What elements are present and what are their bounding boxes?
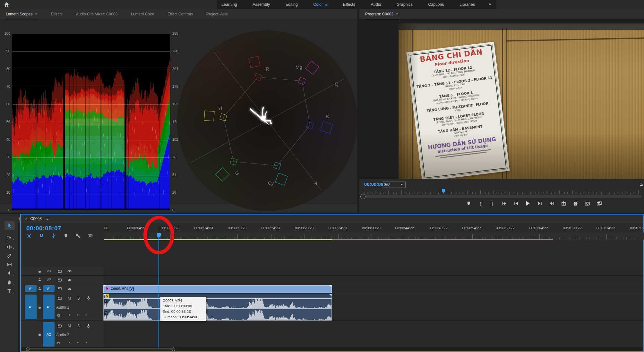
workspace-overflow-icon[interactable]: » [488,1,491,6]
workspace-tab-graphics[interactable]: Graphics [397,2,413,7]
workspace-tab-menu-icon[interactable]: ≡ [325,2,328,7]
lift-button[interactable] [560,200,567,207]
comparison-view-button[interactable] [596,200,602,207]
source-patch-a1[interactable]: A1 [25,295,37,319]
workspace-tab-color[interactable]: Color≡ [313,2,327,7]
lock-icon[interactable] [37,277,42,283]
mute-button[interactable]: M [68,296,71,301]
sync-lock-icon[interactable] [57,277,62,283]
zoom-level-dropdown[interactable]: Fit [382,181,406,188]
extract-button[interactable] [572,200,579,207]
tool-slip[interactable] [0,260,18,269]
snap-button[interactable] [39,233,45,239]
track-target-v2[interactable]: V2 [43,277,55,283]
add-keyframe-icon[interactable] [76,313,80,317]
step-forward-button[interactable] [537,200,543,207]
panel-menu-icon[interactable]: ≡ [396,12,398,16]
tab-lumetri-color[interactable]: Lumetri Color [131,9,154,19]
timeline-ruler-labels[interactable]: :00:0000:00:04:2300:00:09:2300:00:14:230… [104,226,643,231]
tool-hand[interactable] [0,278,18,287]
lock-icon[interactable] [37,304,42,310]
fade-handle[interactable] [329,285,331,287]
track-name-label[interactable]: Audio 1 [56,305,69,310]
track-target-v3[interactable]: V3 [43,268,55,274]
track-output-eye-icon[interactable] [67,269,72,274]
fade-handle[interactable] [104,285,106,287]
add-marker-button[interactable] [63,233,69,239]
video-clip-c0003[interactable]: fx C0003.MP4 [V] [103,285,332,293]
keyframe-stopwatch-icon[interactable] [56,312,61,318]
sync-lock-icon[interactable] [57,323,62,329]
sync-lock-icon[interactable] [57,296,62,301]
close-icon[interactable]: × [25,216,28,221]
workspace-tab-assembly[interactable]: Assembly [253,2,270,7]
mark-in-button[interactable]: { [477,200,484,207]
next-keyframe-icon[interactable] [84,313,88,317]
solo-button[interactable]: S [77,324,80,328]
workspace-tab-captions[interactable]: Captions [428,2,444,7]
track-output-eye-icon[interactable] [67,286,72,291]
timeline-ruler-ticks[interactable] [104,233,644,240]
workspace-tab-libraries[interactable]: Libraries [459,2,475,7]
next-keyframe-icon[interactable] [84,341,88,345]
fade-handle[interactable] [329,294,331,296]
closed-captions-button[interactable]: CC [88,233,93,239]
previous-keyframe-icon[interactable] [68,313,71,317]
tab-project-asia[interactable]: Project: Asia [206,9,228,19]
track-lane[interactable] [104,267,643,276]
panel-menu-icon[interactable]: ≡ [35,12,37,16]
keyframe-stopwatch-icon[interactable] [56,340,61,345]
audio-clip-c0003[interactable]: fx L R [103,294,332,321]
tool-pen[interactable] [0,269,18,278]
go-to-out-button[interactable] [548,200,555,207]
tool-selection[interactable] [0,221,18,230]
playback-resolution-label[interactable]: 1/ [640,182,643,187]
track-target-a2[interactable]: A2 [43,322,55,347]
program-mini-ruler[interactable] [359,189,644,194]
volume-keyframe-line[interactable] [104,298,331,299]
fade-handle[interactable] [104,294,106,296]
timeline-settings-button[interactable] [75,233,81,239]
linked-selection-button[interactable] [51,233,57,239]
program-scroll-handle[interactable] [360,194,365,199]
lock-icon[interactable] [37,332,42,337]
source-patch-v1[interactable]: V1 [25,285,37,292]
solo-button[interactable]: S [77,296,80,301]
lock-icon[interactable] [37,286,42,291]
mark-out-button[interactable]: } [489,200,495,207]
add-marker-button[interactable] [465,200,472,207]
step-back-button[interactable] [513,200,519,207]
track-lane[interactable] [104,321,643,348]
voiceover-mic-icon[interactable] [86,295,91,301]
sync-lock-icon[interactable] [57,269,62,274]
tool-ripple-edit[interactable] [0,242,18,251]
mute-button[interactable]: M [68,324,71,328]
tool-type[interactable]: T [0,287,18,296]
scrollbar-handle-left[interactable] [26,348,30,351]
workspace-tab-editing[interactable]: Editing [286,2,298,7]
track-target-a1[interactable]: A1 [43,295,55,319]
home-icon[interactable] [4,2,10,9]
track-lane[interactable] [104,276,643,284]
export-frame-button[interactable] [584,200,590,207]
voiceover-mic-icon[interactable] [86,323,91,328]
timeline-horizontal-scrollbar[interactable] [21,347,643,351]
tab-lumetri-scopes[interactable]: Lumetri Scopes≡ [6,9,37,19]
play-button[interactable] [525,200,531,207]
sync-lock-icon[interactable] [57,286,62,291]
program-scroll-track[interactable] [361,195,642,198]
timeline-timecode[interactable]: 00:00:08:07 [26,225,61,232]
tab-sequence-c0003[interactable]: C0003 [30,216,42,221]
add-keyframe-icon[interactable] [76,341,80,345]
workspace-tab-learning[interactable]: Learning [221,2,237,7]
track-name-label[interactable]: Audio 2 [56,333,69,337]
tab-program[interactable]: Program: C0003 ≡ [365,9,398,19]
tool-razor[interactable] [0,251,18,260]
previous-keyframe-icon[interactable] [68,341,71,345]
workspace-tab-audio[interactable]: Audio [371,2,381,7]
panel-menu-icon[interactable]: ≡ [46,216,48,221]
tab-effects[interactable]: Effects [51,9,62,19]
scrollbar-handle-right[interactable] [172,348,175,351]
tab-audio-clip-mixer-c0003[interactable]: Audio Clip Mixer: C0003 [76,9,117,19]
insert-nest-toggle-button[interactable] [27,233,32,239]
